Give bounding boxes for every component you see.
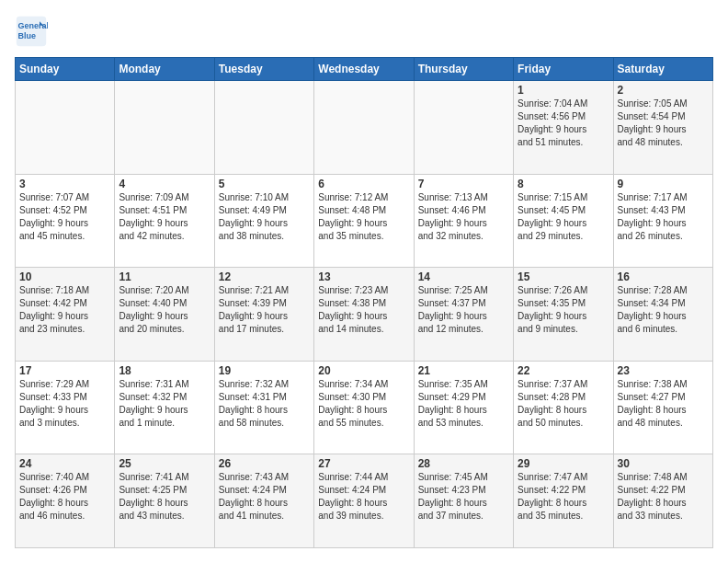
calendar-cell xyxy=(414,81,513,175)
day-number: 30 xyxy=(618,457,709,470)
calendar-cell: 12Sunrise: 7:21 AM Sunset: 4:39 PM Dayli… xyxy=(214,268,313,362)
day-number: 24 xyxy=(19,457,110,470)
day-number: 7 xyxy=(418,178,509,190)
calendar-week-0: 1Sunrise: 7:04 AM Sunset: 4:56 PM Daylig… xyxy=(16,81,713,175)
calendar-cell: 19Sunrise: 7:32 AM Sunset: 4:31 PM Dayli… xyxy=(214,361,313,454)
calendar-cell: 1Sunrise: 7:04 AM Sunset: 4:56 PM Daylig… xyxy=(514,81,613,175)
calendar-cell: 14Sunrise: 7:25 AM Sunset: 4:37 PM Dayli… xyxy=(414,268,513,362)
calendar-cell: 2Sunrise: 7:05 AM Sunset: 4:54 PM Daylig… xyxy=(613,81,712,175)
weekday-header-friday: Friday xyxy=(514,58,613,81)
weekday-header-saturday: Saturday xyxy=(613,58,712,81)
calendar-cell xyxy=(115,81,214,175)
calendar-cell: 4Sunrise: 7:09 AM Sunset: 4:51 PM Daylig… xyxy=(115,174,214,268)
calendar-week-3: 17Sunrise: 7:29 AM Sunset: 4:33 PM Dayli… xyxy=(16,361,713,454)
weekday-header-sunday: Sunday xyxy=(16,58,115,81)
day-info: Sunrise: 7:37 AM Sunset: 4:28 PM Dayligh… xyxy=(518,378,609,430)
day-number: 8 xyxy=(518,178,609,190)
day-info: Sunrise: 7:23 AM Sunset: 4:38 PM Dayligh… xyxy=(318,284,409,336)
day-number: 28 xyxy=(418,457,509,470)
day-info: Sunrise: 7:44 AM Sunset: 4:24 PM Dayligh… xyxy=(318,471,409,523)
day-info: Sunrise: 7:28 AM Sunset: 4:34 PM Dayligh… xyxy=(618,284,709,336)
logo: General Blue xyxy=(15,15,51,48)
calendar-cell: 20Sunrise: 7:34 AM Sunset: 4:30 PM Dayli… xyxy=(314,361,414,454)
day-number: 10 xyxy=(19,270,110,283)
day-number: 1 xyxy=(518,84,609,97)
calendar-cell: 23Sunrise: 7:38 AM Sunset: 4:27 PM Dayli… xyxy=(613,361,712,454)
calendar-cell: 15Sunrise: 7:26 AM Sunset: 4:35 PM Dayli… xyxy=(514,268,613,362)
weekday-header-monday: Monday xyxy=(115,58,214,81)
calendar-table: SundayMondayTuesdayWednesdayThursdayFrid… xyxy=(15,57,713,548)
calendar-cell: 16Sunrise: 7:28 AM Sunset: 4:34 PM Dayli… xyxy=(613,268,712,362)
day-info: Sunrise: 7:43 AM Sunset: 4:24 PM Dayligh… xyxy=(219,471,310,523)
weekday-header-tuesday: Tuesday xyxy=(214,58,313,81)
weekday-header-wednesday: Wednesday xyxy=(314,58,414,81)
day-number: 19 xyxy=(219,364,310,377)
day-info: Sunrise: 7:31 AM Sunset: 4:32 PM Dayligh… xyxy=(119,378,210,430)
calendar-cell: 18Sunrise: 7:31 AM Sunset: 4:32 PM Dayli… xyxy=(115,361,214,454)
calendar-cell: 29Sunrise: 7:47 AM Sunset: 4:22 PM Dayli… xyxy=(514,454,613,548)
calendar-cell: 9Sunrise: 7:17 AM Sunset: 4:43 PM Daylig… xyxy=(613,174,712,268)
calendar-cell: 7Sunrise: 7:13 AM Sunset: 4:46 PM Daylig… xyxy=(414,174,513,268)
calendar-cell: 13Sunrise: 7:23 AM Sunset: 4:38 PM Dayli… xyxy=(314,268,414,362)
page: General Blue SundayMondayTuesdayWednesda… xyxy=(0,0,728,563)
day-info: Sunrise: 7:35 AM Sunset: 4:29 PM Dayligh… xyxy=(418,378,509,430)
calendar-cell: 5Sunrise: 7:10 AM Sunset: 4:49 PM Daylig… xyxy=(214,174,313,268)
header: General Blue xyxy=(15,15,713,48)
day-number: 26 xyxy=(219,457,310,470)
day-info: Sunrise: 7:41 AM Sunset: 4:25 PM Dayligh… xyxy=(119,471,210,523)
day-number: 11 xyxy=(119,270,210,283)
day-info: Sunrise: 7:40 AM Sunset: 4:26 PM Dayligh… xyxy=(19,471,110,523)
calendar-cell: 3Sunrise: 7:07 AM Sunset: 4:52 PM Daylig… xyxy=(16,174,115,268)
calendar-cell: 30Sunrise: 7:48 AM Sunset: 4:22 PM Dayli… xyxy=(613,454,712,548)
day-info: Sunrise: 7:47 AM Sunset: 4:22 PM Dayligh… xyxy=(518,471,609,523)
calendar-cell: 28Sunrise: 7:45 AM Sunset: 4:23 PM Dayli… xyxy=(414,454,513,548)
day-number: 5 xyxy=(219,178,310,190)
day-number: 6 xyxy=(318,178,409,190)
day-info: Sunrise: 7:07 AM Sunset: 4:52 PM Dayligh… xyxy=(19,191,110,243)
logo-icon: General Blue xyxy=(15,15,48,48)
calendar-week-4: 24Sunrise: 7:40 AM Sunset: 4:26 PM Dayli… xyxy=(16,454,713,548)
day-info: Sunrise: 7:21 AM Sunset: 4:39 PM Dayligh… xyxy=(219,284,310,336)
day-number: 4 xyxy=(119,178,210,190)
day-info: Sunrise: 7:38 AM Sunset: 4:27 PM Dayligh… xyxy=(618,378,709,430)
day-info: Sunrise: 7:18 AM Sunset: 4:42 PM Dayligh… xyxy=(19,284,110,336)
day-info: Sunrise: 7:10 AM Sunset: 4:49 PM Dayligh… xyxy=(219,191,310,243)
calendar-cell xyxy=(314,81,414,175)
calendar-cell: 21Sunrise: 7:35 AM Sunset: 4:29 PM Dayli… xyxy=(414,361,513,454)
day-info: Sunrise: 7:26 AM Sunset: 4:35 PM Dayligh… xyxy=(518,284,609,336)
day-info: Sunrise: 7:13 AM Sunset: 4:46 PM Dayligh… xyxy=(418,191,509,243)
calendar-cell xyxy=(16,81,115,175)
calendar-week-1: 3Sunrise: 7:07 AM Sunset: 4:52 PM Daylig… xyxy=(16,174,713,268)
day-info: Sunrise: 7:25 AM Sunset: 4:37 PM Dayligh… xyxy=(418,284,509,336)
day-number: 9 xyxy=(618,178,709,190)
calendar-cell xyxy=(214,81,313,175)
calendar-cell: 25Sunrise: 7:41 AM Sunset: 4:25 PM Dayli… xyxy=(115,454,214,548)
calendar-cell: 22Sunrise: 7:37 AM Sunset: 4:28 PM Dayli… xyxy=(514,361,613,454)
day-number: 16 xyxy=(618,270,709,283)
calendar-cell: 8Sunrise: 7:15 AM Sunset: 4:45 PM Daylig… xyxy=(514,174,613,268)
day-info: Sunrise: 7:45 AM Sunset: 4:23 PM Dayligh… xyxy=(418,471,509,523)
calendar-cell: 17Sunrise: 7:29 AM Sunset: 4:33 PM Dayli… xyxy=(16,361,115,454)
day-info: Sunrise: 7:29 AM Sunset: 4:33 PM Dayligh… xyxy=(19,378,110,430)
day-number: 2 xyxy=(618,84,709,97)
calendar-header: SundayMondayTuesdayWednesdayThursdayFrid… xyxy=(16,58,713,81)
calendar-cell: 11Sunrise: 7:20 AM Sunset: 4:40 PM Dayli… xyxy=(115,268,214,362)
day-number: 22 xyxy=(518,364,609,377)
day-number: 25 xyxy=(119,457,210,470)
day-info: Sunrise: 7:48 AM Sunset: 4:22 PM Dayligh… xyxy=(618,471,709,523)
day-number: 17 xyxy=(19,364,110,377)
day-info: Sunrise: 7:17 AM Sunset: 4:43 PM Dayligh… xyxy=(618,191,709,243)
calendar-week-2: 10Sunrise: 7:18 AM Sunset: 4:42 PM Dayli… xyxy=(16,268,713,362)
day-info: Sunrise: 7:20 AM Sunset: 4:40 PM Dayligh… xyxy=(119,284,210,336)
calendar-cell: 27Sunrise: 7:44 AM Sunset: 4:24 PM Dayli… xyxy=(314,454,414,548)
weekday-header-thursday: Thursday xyxy=(414,58,513,81)
day-number: 15 xyxy=(518,270,609,283)
day-info: Sunrise: 7:04 AM Sunset: 4:56 PM Dayligh… xyxy=(518,98,609,149)
svg-text:Blue: Blue xyxy=(18,31,37,40)
calendar-cell: 6Sunrise: 7:12 AM Sunset: 4:48 PM Daylig… xyxy=(314,174,414,268)
day-number: 23 xyxy=(618,364,709,377)
day-info: Sunrise: 7:12 AM Sunset: 4:48 PM Dayligh… xyxy=(318,191,409,243)
day-info: Sunrise: 7:32 AM Sunset: 4:31 PM Dayligh… xyxy=(219,378,310,430)
calendar-cell: 24Sunrise: 7:40 AM Sunset: 4:26 PM Dayli… xyxy=(16,454,115,548)
calendar-cell: 26Sunrise: 7:43 AM Sunset: 4:24 PM Dayli… xyxy=(214,454,313,548)
